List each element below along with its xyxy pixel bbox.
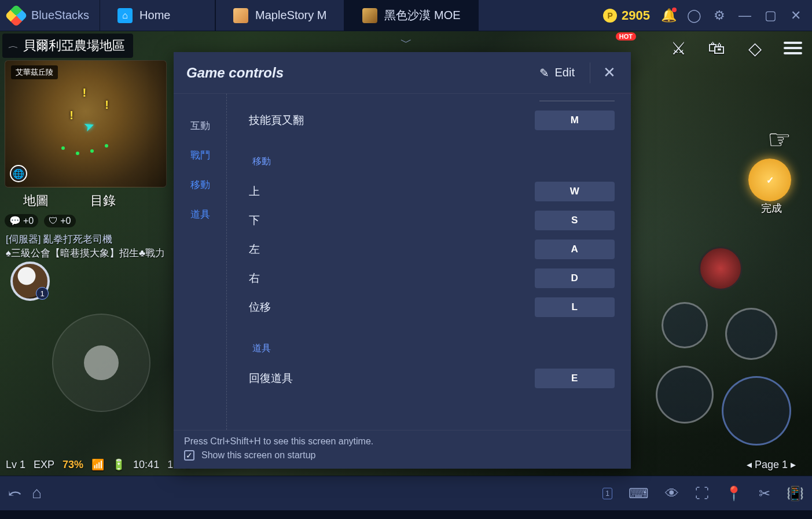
category-move[interactable]: 移動 — [174, 178, 226, 192]
menu-button[interactable] — [782, 37, 804, 59]
quest-marker-icon: ! — [69, 109, 74, 122]
control-label: 右 — [249, 271, 260, 286]
keyboard-icon: ⌨ — [629, 485, 649, 502]
tab-maplestory[interactable]: MapleStory M — [215, 0, 344, 31]
checkbox-icon: ✓ — [184, 450, 194, 461]
gear-icon: ⚙ — [714, 8, 725, 23]
attack-button[interactable] — [722, 376, 791, 446]
settings-button[interactable]: ⚙ — [712, 9, 726, 23]
hud-tab-list[interactable]: 目錄 — [90, 192, 116, 209]
game-viewport[interactable]: ︿ 貝爾利亞農場地區 ﹀ HOT ⚔ 🛍 ◇ 艾華茲丘陵 ➤ ! ! ! 🌐 地… — [0, 31, 812, 476]
shake-button[interactable]: 📳 — [787, 485, 804, 502]
chat-count: +0 — [23, 216, 34, 226]
exp-label: EXP — [34, 459, 54, 471]
battery-icon: 🔋 — [112, 458, 125, 471]
controls-list[interactable]: 技能頁又翻 M 移動 上 W 下 S 左 A 右 D — [227, 94, 631, 430]
close-icon: ✕ — [791, 8, 801, 23]
skill-page-indicator[interactable]: ◂ Page 1 ▸ — [747, 458, 796, 471]
account-button[interactable]: ◯ — [687, 9, 701, 23]
chat-counter[interactable]: 💬 +0 — [5, 214, 38, 227]
edit-label: Edit — [555, 66, 575, 79]
shield-counter[interactable]: 🛡 +0 — [44, 215, 75, 227]
pencil-icon: ✎ — [539, 66, 549, 80]
keycap[interactable]: L — [535, 297, 615, 317]
category-item[interactable]: 道具 — [174, 208, 226, 221]
center-caret-icon[interactable]: ﹀ — [401, 35, 412, 50]
app-name: BlueStacks — [31, 9, 89, 22]
pointer-hand-icon: ☞ — [767, 124, 791, 155]
world-map-button[interactable]: 🌐 — [10, 165, 27, 182]
toggle-keymap-button[interactable]: 1 — [602, 488, 612, 499]
chevron-up-icon: ︿ — [8, 42, 19, 50]
maximize-icon: ▢ — [765, 8, 777, 23]
android-back-button[interactable]: ⤺ — [8, 484, 21, 503]
nav-right: 1 ⌨ 👁 ⛶ 📍 ✂ 📳 — [602, 485, 804, 502]
tab-home[interactable]: ⌂ Home — [100, 0, 215, 31]
virtual-joystick[interactable] — [52, 314, 150, 412]
section-header-move: 移動 — [252, 156, 625, 168]
keyboard-button[interactable]: ⌨ — [629, 485, 649, 502]
complete-button[interactable]: ✓ — [748, 159, 791, 201]
quest-marker-icon: ! — [105, 98, 109, 112]
combat-icon[interactable]: ⚔ — [667, 37, 689, 59]
wifi-icon: 📶 — [91, 458, 104, 471]
control-row: 位移 L — [249, 293, 625, 322]
bluestacks-logo-icon — [5, 4, 28, 27]
minimap[interactable]: 艾華茲丘陵 ➤ ! ! ! 🌐 — [5, 60, 167, 187]
keycap[interactable]: S — [535, 211, 615, 230]
location-button[interactable]: 📍 — [725, 485, 743, 502]
modal-close-button[interactable]: ✕ — [590, 62, 618, 83]
server-message: [伺服器] 亂拳打死老司機 — [6, 233, 112, 246]
device-icon: 📳 — [787, 485, 804, 502]
coin-counter[interactable]: P 2905 — [603, 8, 650, 23]
keycap[interactable]: W — [535, 182, 615, 201]
user-icon: ◯ — [687, 8, 701, 23]
player-avatar[interactable]: 1 — [10, 262, 50, 301]
diamond-icon[interactable]: ◇ — [744, 37, 766, 59]
category-interact[interactable]: 互動 — [174, 119, 226, 132]
bottom-toolbar: ⤺ ⌂ 1 ⌨ 👁 ⛶ 📍 ✂ 📳 — [0, 476, 812, 510]
control-label: 上 — [249, 184, 260, 199]
android-home-button[interactable]: ⌂ — [32, 484, 42, 503]
fullscreen-button[interactable]: ⛶ — [695, 485, 709, 502]
control-label: 下 — [249, 213, 260, 228]
skill-slot-4[interactable] — [662, 302, 708, 348]
skill-slot-3[interactable] — [725, 308, 777, 360]
footer-hint: Press Ctrl+Shift+H to see this screen an… — [184, 436, 620, 447]
map-dot-icon — [105, 144, 108, 148]
keycap[interactable]: E — [535, 369, 615, 388]
map-dot-icon — [76, 152, 79, 155]
maximize-button[interactable]: ▢ — [763, 9, 777, 23]
minimap-zone-label: 艾華茲丘陵 — [11, 65, 58, 79]
close-window-button[interactable]: ✕ — [789, 9, 803, 23]
bag-icon[interactable]: 🛍 — [706, 37, 728, 59]
edit-button[interactable]: ✎ Edit — [539, 66, 575, 80]
tab-blackdesert[interactable]: 黑色沙漠 MOE — [344, 0, 478, 31]
eye-icon: 👁 — [665, 485, 679, 502]
show-on-startup-checkbox[interactable]: ✓ Show this screen on startup — [184, 450, 620, 461]
category-column: 互動 戰鬥 移動 道具 — [174, 94, 227, 430]
visibility-button[interactable]: 👁 — [665, 485, 679, 502]
keymap-badge-icon: 1 — [602, 488, 612, 499]
map-dot-icon — [90, 149, 94, 153]
skill-slot-5[interactable] — [699, 246, 743, 290]
keycap[interactable]: A — [535, 240, 615, 259]
hud-sub-tabs: 地圖 目錄 — [23, 192, 116, 209]
map-dot-icon — [61, 146, 65, 150]
modal-footer: Press Ctrl+Shift+H to see this screen an… — [174, 430, 631, 469]
tab-label: Home — [139, 9, 170, 22]
keycap[interactable]: D — [535, 268, 615, 288]
notifications-button[interactable]: 🔔 — [662, 9, 675, 23]
title-bar: BlueStacks ⌂ Home MapleStory M 黑色沙漠 MOE … — [0, 0, 812, 31]
control-row: 右 D — [249, 264, 625, 293]
category-combat[interactable]: 戰鬥 — [174, 149, 226, 162]
screenshot-button[interactable]: ✂ — [759, 485, 770, 502]
minimize-button[interactable]: — — [738, 9, 752, 23]
keycap[interactable]: M — [535, 111, 615, 130]
home-outline-icon: ⌂ — [32, 484, 42, 502]
control-row: 技能頁又翻 M — [249, 106, 625, 135]
skill-slot-2[interactable] — [656, 366, 714, 424]
hud-tab-map[interactable]: 地圖 — [23, 192, 49, 209]
region-bar[interactable]: ︿ 貝爾利亞農場地區 — [2, 34, 133, 58]
minimize-icon: — — [738, 8, 751, 23]
